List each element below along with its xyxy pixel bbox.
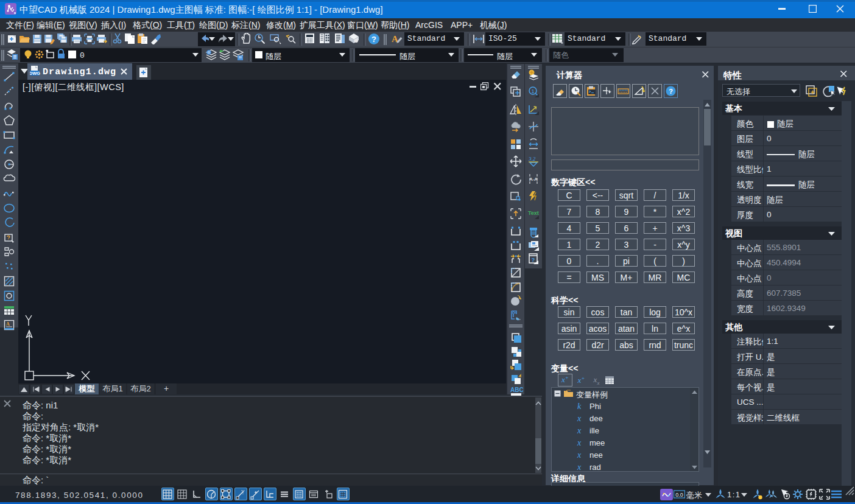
svg-text:ABC: ABC: [510, 387, 523, 393]
svg-text:DWG: DWG: [30, 71, 40, 76]
svg-text:?: ?: [669, 88, 673, 95]
svg-text:A-A: A-A: [529, 177, 538, 182]
svg-text:1: 1: [531, 88, 534, 94]
svg-text:?: ?: [371, 35, 376, 44]
svg-text:Text: Text: [528, 210, 539, 216]
svg-text:A: A: [6, 321, 10, 327]
svg-text:?: ?: [532, 256, 535, 263]
svg-text:3.2: 3.2: [528, 156, 536, 162]
svg-text:0.0: 0.0: [675, 492, 683, 498]
